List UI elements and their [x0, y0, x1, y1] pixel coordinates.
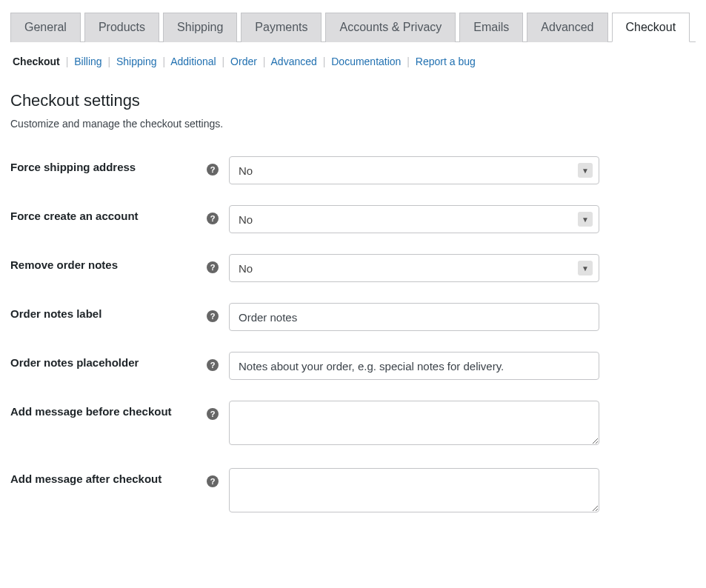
help-icon[interactable]: ? [207, 213, 219, 224]
tab-products[interactable]: Products [84, 13, 159, 42]
row-remove-order-notes: Remove order notes ? No ▼ [10, 244, 696, 293]
row-msg-after-checkout: Add message after checkout ? [10, 458, 696, 525]
input-order-notes-label[interactable] [229, 303, 599, 331]
select-value: No [239, 164, 253, 177]
row-force-create-account: Force create an account ? No ▼ [10, 195, 696, 244]
help-icon[interactable]: ? [207, 310, 219, 322]
help-icon[interactable]: ? [207, 408, 219, 420]
tab-shipping[interactable]: Shipping [163, 13, 237, 42]
subnav-advanced[interactable]: Advanced [271, 56, 317, 67]
select-value: No [239, 213, 253, 226]
tab-accounts-privacy[interactable]: Accounts & Privacy [325, 13, 456, 42]
section-title: Checkout settings [10, 91, 696, 110]
help-icon[interactable]: ? [207, 164, 219, 176]
row-order-notes-label: Order notes label ? [10, 293, 696, 341]
label-msg-before-checkout: Add message before checkout [10, 390, 207, 458]
label-force-shipping-address: Force shipping address [10, 146, 207, 195]
sub-nav: Checkout | Billing | Shipping | Addition… [10, 56, 696, 67]
tab-advanced[interactable]: Advanced [527, 13, 607, 42]
main-tabs: General Products Shipping Payments Accou… [10, 12, 696, 42]
help-icon[interactable]: ? [207, 359, 219, 371]
section-description: Customize and manage the checkout settin… [10, 118, 696, 130]
tab-general[interactable]: General [10, 13, 81, 42]
subnav-documentation[interactable]: Documentation [331, 56, 401, 67]
tab-emails[interactable]: Emails [459, 13, 523, 42]
input-order-notes-placeholder[interactable] [229, 352, 599, 380]
subnav-billing[interactable]: Billing [74, 56, 101, 67]
chevron-down-icon: ▼ [578, 212, 593, 227]
settings-form: Force shipping address ? No ▼ Force crea… [10, 146, 696, 525]
row-force-shipping-address: Force shipping address ? No ▼ [10, 146, 696, 195]
subnav-report-bug[interactable]: Report a bug [416, 56, 476, 67]
subnav-order[interactable]: Order [230, 56, 257, 67]
select-force-create-account[interactable]: No ▼ [229, 205, 599, 233]
label-force-create-account: Force create an account [10, 195, 207, 244]
help-icon[interactable]: ? [207, 261, 219, 273]
tab-payments[interactable]: Payments [241, 13, 322, 42]
label-msg-after-checkout: Add message after checkout [10, 458, 207, 525]
select-force-shipping-address[interactable]: No ▼ [229, 156, 599, 184]
row-order-notes-placeholder: Order notes placeholder ? [10, 341, 696, 390]
subnav-additional[interactable]: Additional [170, 56, 216, 67]
label-remove-order-notes: Remove order notes [10, 244, 207, 293]
subnav-checkout[interactable]: Checkout [13, 56, 60, 67]
textarea-msg-before-checkout[interactable] [229, 401, 599, 445]
select-remove-order-notes[interactable]: No ▼ [229, 254, 599, 282]
label-order-notes-placeholder: Order notes placeholder [10, 341, 207, 390]
textarea-msg-after-checkout[interactable] [229, 468, 599, 512]
row-msg-before-checkout: Add message before checkout ? [10, 390, 696, 458]
chevron-down-icon: ▼ [578, 163, 593, 178]
tab-checkout[interactable]: Checkout [612, 13, 690, 42]
chevron-down-icon: ▼ [578, 261, 593, 275]
label-order-notes-label: Order notes label [10, 293, 207, 341]
help-icon[interactable]: ? [207, 475, 219, 487]
settings-page: General Products Shipping Payments Accou… [0, 0, 706, 537]
select-value: No [239, 262, 253, 275]
subnav-shipping[interactable]: Shipping [116, 56, 157, 67]
